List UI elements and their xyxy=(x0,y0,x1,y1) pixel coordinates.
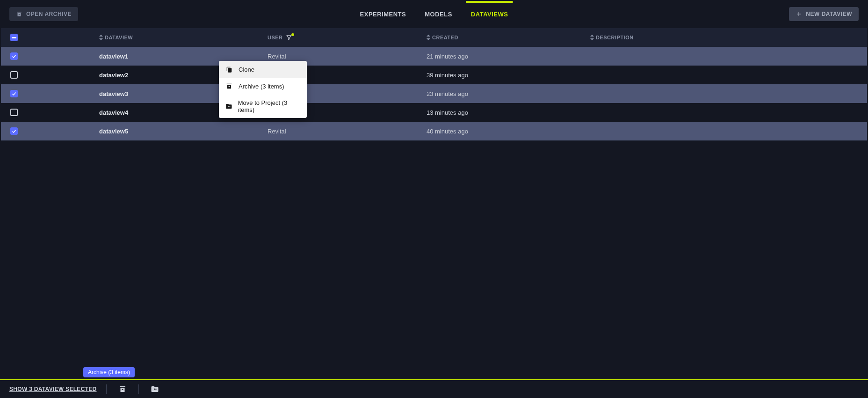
new-dataview-label: NEW DATAVIEW xyxy=(806,11,852,17)
tooltip-text: Archive (3 items) xyxy=(88,369,130,376)
row-name: dataview4 xyxy=(99,109,128,116)
menu-item-archive[interactable]: Archive (3 items) xyxy=(219,78,307,95)
row-checkbox[interactable] xyxy=(10,90,18,97)
footer-move-button[interactable] xyxy=(148,383,161,396)
topbar: OPEN ARCHIVE EXPERIMENTS MODELS DATAVIEW… xyxy=(0,0,868,28)
menu-item-label: Clone xyxy=(239,66,254,73)
row-created: 21 minutes ago xyxy=(427,53,468,60)
filter-active-indicator xyxy=(291,33,294,36)
column-header-description[interactable]: DESCRIPTION xyxy=(596,35,634,40)
row-checkbox[interactable] xyxy=(10,52,18,60)
divider xyxy=(138,384,139,394)
tab-models[interactable]: MODELS xyxy=(425,1,452,27)
dataview-table: DATAVIEW USER CREATED DESCRIPTION datavi… xyxy=(1,28,867,140)
row-created: 39 minutes ago xyxy=(427,72,468,79)
footer-archive-button[interactable] xyxy=(116,383,129,396)
open-archive-label: OPEN ARCHIVE xyxy=(26,11,72,17)
column-header-user[interactable]: USER xyxy=(268,35,283,40)
row-checkbox[interactable] xyxy=(10,109,18,116)
row-user: Revital xyxy=(268,53,286,60)
sort-icon[interactable] xyxy=(99,35,103,40)
row-checkbox[interactable] xyxy=(10,127,18,135)
tooltip: Archive (3 items) xyxy=(83,367,135,377)
row-user: Revital xyxy=(268,128,286,135)
row-name: dataview3 xyxy=(99,90,128,97)
table-row[interactable]: dataview3 23 minutes ago xyxy=(1,84,867,103)
context-menu: Clone Archive (3 items) Move to Project … xyxy=(219,61,307,118)
archive-icon xyxy=(16,11,22,17)
table-header: DATAVIEW USER CREATED DESCRIPTION xyxy=(1,28,867,47)
row-checkbox[interactable] xyxy=(10,71,18,79)
filter-button[interactable] xyxy=(286,34,292,41)
sort-icon[interactable] xyxy=(427,35,430,40)
menu-item-label: Move to Project (3 items) xyxy=(238,99,300,113)
footer: SHOW 3 DATAVIEW SELECTED xyxy=(0,379,868,398)
move-icon xyxy=(225,103,232,110)
menu-item-move[interactable]: Move to Project (3 items) xyxy=(219,95,307,118)
table-row[interactable]: dataview4 Revital 13 minutes ago xyxy=(1,103,867,122)
menu-item-clone[interactable]: Clone xyxy=(219,61,307,78)
tab-experiments[interactable]: EXPERIMENTS xyxy=(360,1,406,27)
row-name: dataview5 xyxy=(99,128,128,135)
row-name: dataview2 xyxy=(99,72,128,79)
sort-icon[interactable] xyxy=(590,35,594,40)
row-created: 13 minutes ago xyxy=(427,109,468,116)
plus-icon xyxy=(796,11,802,17)
table-row[interactable]: dataview5 Revital 40 minutes ago xyxy=(1,122,867,140)
table-row[interactable]: dataview1 Revital 21 minutes ago xyxy=(1,47,867,66)
row-name: dataview1 xyxy=(99,53,128,60)
tabs: EXPERIMENTS MODELS DATAVIEWS xyxy=(360,0,508,28)
open-archive-button[interactable]: OPEN ARCHIVE xyxy=(9,7,78,21)
show-selected-link[interactable]: SHOW 3 DATAVIEW SELECTED xyxy=(9,386,97,392)
archive-icon xyxy=(118,385,127,393)
divider xyxy=(106,384,107,394)
archive-icon xyxy=(225,82,233,90)
tab-dataviews[interactable]: DATAVIEWS xyxy=(471,1,508,27)
row-created: 23 minutes ago xyxy=(427,90,468,97)
table-row[interactable]: dataview2 39 minutes ago xyxy=(1,66,867,84)
move-icon xyxy=(151,385,159,393)
menu-item-label: Archive (3 items) xyxy=(239,83,284,90)
select-all-checkbox[interactable] xyxy=(10,34,18,41)
new-dataview-button[interactable]: NEW DATAVIEW xyxy=(789,7,859,21)
column-header-created[interactable]: CREATED xyxy=(432,35,458,40)
row-created: 40 minutes ago xyxy=(427,128,468,135)
clone-icon xyxy=(225,66,233,73)
column-header-dataview[interactable]: DATAVIEW xyxy=(105,35,133,40)
